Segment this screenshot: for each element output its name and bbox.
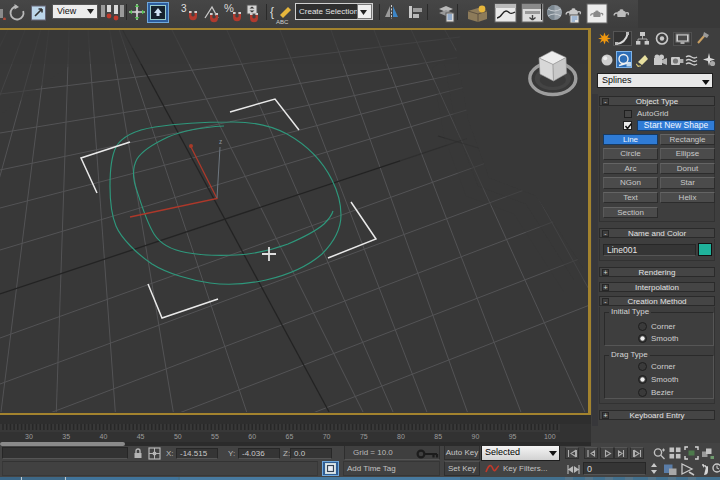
svg-text:{: { [270,5,274,19]
svg-text:z: z [219,138,222,145]
svg-text:ABC: ABC [276,19,289,25]
